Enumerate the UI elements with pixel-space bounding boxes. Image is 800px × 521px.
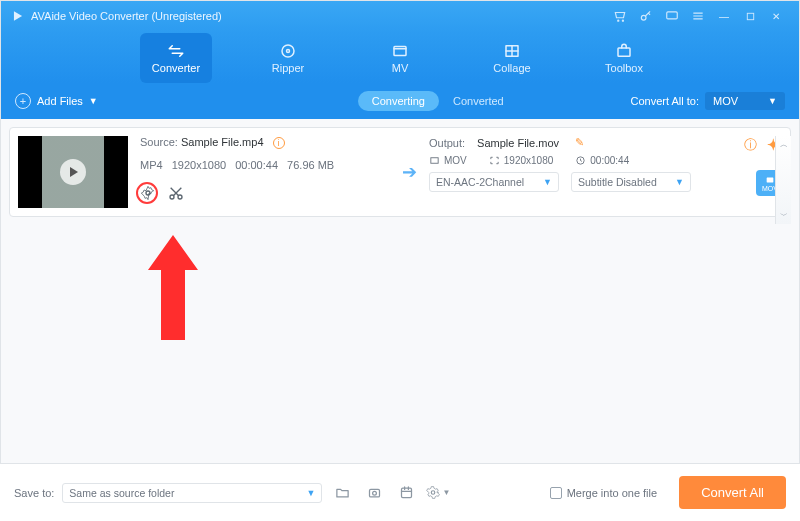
- output-format: MOV: [429, 155, 467, 166]
- subtab-converted[interactable]: Converted: [439, 91, 518, 111]
- subtitle-value: Subtitle Disabled: [578, 176, 657, 188]
- menu-icon[interactable]: [685, 1, 711, 31]
- file-item: Source: Sample File.mp4 i MP4 1920x1080 …: [9, 127, 791, 217]
- output-resolution-value: 1920x1080: [504, 155, 554, 166]
- save-to-label: Save to:: [14, 487, 54, 499]
- play-icon: [60, 159, 86, 185]
- svg-point-6: [287, 50, 290, 53]
- output-column: Output: Sample File.mov ✎ MOV 1920x1080 …: [429, 136, 782, 208]
- add-files-label: Add Files: [37, 95, 83, 107]
- output-filename: Sample File.mov: [477, 137, 559, 149]
- source-resolution: 1920x1080: [172, 159, 226, 171]
- merge-label: Merge into one file: [567, 487, 658, 499]
- source-filename: Sample File.mp4: [181, 136, 264, 148]
- tab-toolbox[interactable]: Toolbox: [588, 33, 660, 83]
- feedback-icon[interactable]: [659, 1, 685, 31]
- subtab-converting[interactable]: Converting: [358, 91, 439, 111]
- save-to-select[interactable]: Same as source folder ▼: [62, 483, 322, 503]
- svg-point-2: [641, 15, 646, 20]
- subtitle-select[interactable]: Subtitle Disabled ▼: [571, 172, 691, 192]
- svg-rect-4: [747, 13, 753, 19]
- video-thumbnail[interactable]: [18, 136, 128, 208]
- svg-rect-16: [369, 489, 379, 497]
- output-duration: 00:00:44: [575, 155, 629, 166]
- tab-ripper[interactable]: Ripper: [252, 33, 324, 83]
- svg-point-1: [622, 20, 623, 21]
- merge-checkbox[interactable]: Merge into one file: [550, 487, 658, 499]
- svg-point-19: [432, 491, 436, 495]
- chevron-down-icon: ﹀: [780, 210, 788, 221]
- svg-point-0: [618, 20, 619, 21]
- chevron-down-icon: ▼: [89, 96, 98, 106]
- output-duration-value: 00:00:44: [590, 155, 629, 166]
- minimize-button[interactable]: —: [711, 1, 737, 31]
- rename-icon[interactable]: ✎: [575, 136, 584, 149]
- tab-mv[interactable]: MV: [364, 33, 436, 83]
- tab-label: Converter: [152, 62, 200, 74]
- source-meta: MP4 1920x1080 00:00:44 76.96 MB: [140, 159, 390, 171]
- tab-label: Toolbox: [605, 62, 643, 74]
- maximize-button[interactable]: [737, 1, 763, 31]
- chevron-down-icon: ▼: [768, 96, 777, 106]
- main-tabs: Converter Ripper MV Collage Toolbox: [1, 31, 799, 83]
- svg-point-5: [282, 45, 294, 57]
- plus-icon: +: [15, 93, 31, 109]
- arrow-right-icon: ➔: [402, 161, 417, 183]
- output-label: Output:: [429, 137, 465, 149]
- audio-track-value: EN-AAC-2Channel: [436, 176, 524, 188]
- tab-converter[interactable]: Converter: [140, 33, 212, 83]
- toolbar-row: + Add Files ▼ Converting Converted Conve…: [1, 83, 799, 119]
- title-bar: AVAide Video Converter (Unregistered) — …: [1, 1, 799, 31]
- source-size: 76.96 MB: [287, 159, 334, 171]
- svg-point-17: [372, 491, 376, 495]
- window-title: AVAide Video Converter (Unregistered): [31, 10, 222, 22]
- snapshot-button[interactable]: [362, 481, 386, 505]
- chevron-up-icon: ︿: [780, 139, 788, 150]
- svg-rect-15: [767, 177, 774, 182]
- callout-arrow: [143, 235, 203, 349]
- cut-button[interactable]: [168, 185, 184, 201]
- svg-rect-7: [394, 47, 406, 56]
- convert-all-button[interactable]: Convert All: [679, 476, 786, 509]
- open-folder-button[interactable]: [330, 481, 354, 505]
- audio-track-select[interactable]: EN-AAC-2Channel ▼: [429, 172, 559, 192]
- convert-all-format-value: MOV: [713, 95, 738, 107]
- key-icon[interactable]: [633, 1, 659, 31]
- output-format-value: MOV: [444, 155, 467, 166]
- tab-collage[interactable]: Collage: [476, 33, 548, 83]
- tab-label: Collage: [493, 62, 530, 74]
- close-button[interactable]: ✕: [763, 1, 789, 31]
- svg-rect-18: [401, 488, 411, 497]
- sub-tabs: Converting Converted: [358, 91, 518, 111]
- tab-label: Ripper: [272, 62, 304, 74]
- chevron-down-icon: ▼: [543, 177, 552, 187]
- item-reorder-handle[interactable]: ︿ ﹀: [775, 136, 791, 224]
- convert-all-to-label: Convert All to:: [631, 95, 699, 107]
- source-codec: MP4: [140, 159, 163, 171]
- bottom-bar: Save to: Same as source folder ▼ ▼ Merge…: [0, 463, 800, 521]
- source-tools: [140, 185, 390, 201]
- tab-label: MV: [392, 62, 409, 74]
- source-column: Source: Sample File.mp4 i MP4 1920x1080 …: [140, 136, 390, 208]
- cart-icon[interactable]: [607, 1, 633, 31]
- task-schedule-button[interactable]: [394, 481, 418, 505]
- file-list: Source: Sample File.mp4 i MP4 1920x1080 …: [1, 119, 799, 464]
- source-duration: 00:00:44: [235, 159, 278, 171]
- info-icon[interactable]: i: [273, 137, 285, 149]
- chevron-down-icon: ▼: [306, 488, 315, 498]
- add-files-button[interactable]: + Add Files ▼: [15, 93, 98, 109]
- checkbox-box: [550, 487, 562, 499]
- output-resolution: 1920x1080: [489, 155, 554, 166]
- svg-rect-9: [618, 48, 630, 56]
- app-logo-icon: [11, 9, 25, 23]
- svg-rect-13: [431, 158, 438, 164]
- convert-all-to-group: Convert All to: MOV ▼: [631, 92, 785, 110]
- edit-button[interactable]: [140, 185, 156, 201]
- convert-all-format-select[interactable]: MOV ▼: [705, 92, 785, 110]
- info-icon[interactable]: ⓘ: [744, 136, 757, 154]
- settings-button[interactable]: ▼: [426, 481, 450, 505]
- chevron-down-icon: ▼: [675, 177, 684, 187]
- chevron-down-icon: ▼: [442, 488, 450, 497]
- save-to-value: Same as source folder: [69, 487, 174, 499]
- source-label: Source:: [140, 136, 178, 148]
